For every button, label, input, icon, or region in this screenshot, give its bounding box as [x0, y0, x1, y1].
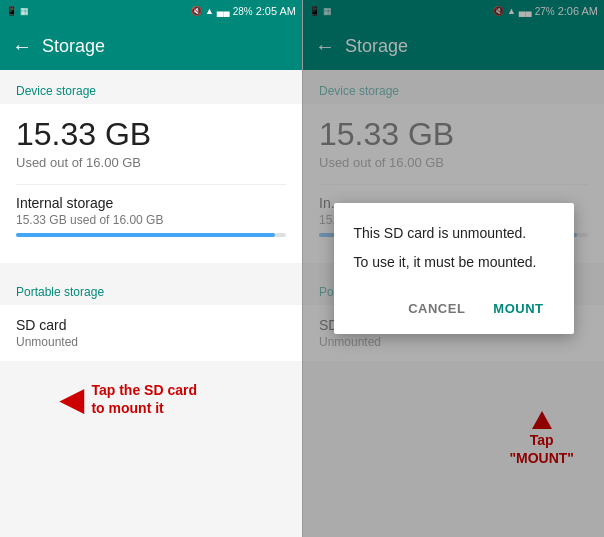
- storage-main-1: 15.33 GB Used out of 16.00 GB Internal s…: [0, 104, 302, 263]
- status-right-1: 🔇 ▲ ▄▄ 28% 2:05 AM: [191, 5, 296, 17]
- sd-card-item-1[interactable]: SD card Unmounted: [0, 305, 302, 361]
- panel-2: 📱 ▦ 🔇 ▲ ▄▄ 27% 2:06 AM ← Storage Device …: [302, 0, 604, 537]
- sd-card-title-1: SD card: [16, 317, 286, 333]
- dialog-buttons: CANCEL MOUNT: [354, 289, 554, 324]
- phone-icon: 📱: [6, 6, 17, 16]
- sim-icon: ▦: [20, 6, 29, 16]
- panel-1: 📱 ▦ 🔇 ▲ ▄▄ 28% 2:05 AM ← Storage Device …: [0, 0, 302, 537]
- progress-bar-bg-1: [16, 233, 286, 237]
- device-storage-header-1: Device storage: [0, 70, 302, 104]
- content-1: Device storage 15.33 GB Used out of 16.0…: [0, 70, 302, 537]
- battery-text-1: 28%: [233, 6, 253, 17]
- storage-size-1: 15.33 GB: [16, 116, 286, 153]
- back-button-1[interactable]: ←: [12, 35, 32, 58]
- internal-storage-title-1: Internal storage: [16, 195, 286, 211]
- portable-section-1: SD card Unmounted: [0, 305, 302, 361]
- status-left-1: 📱 ▦: [6, 6, 29, 16]
- cancel-button[interactable]: CANCEL: [398, 293, 475, 324]
- status-bar-1: 📱 ▦ 🔇 ▲ ▄▄ 28% 2:05 AM: [0, 0, 302, 22]
- signal-icon: ▄▄: [217, 6, 230, 16]
- portable-storage-header-1: Portable storage: [0, 271, 302, 305]
- time-1: 2:05 AM: [256, 5, 296, 17]
- dialog-text: This SD card is unmounted. To use it, it…: [354, 223, 554, 273]
- internal-storage-sub-1: 15.33 GB used of 16.00 GB: [16, 213, 286, 227]
- dialog-line1: This SD card is unmounted.: [354, 223, 554, 244]
- mute-icon: 🔇: [191, 6, 202, 16]
- toolbar-title-1: Storage: [42, 36, 105, 57]
- wifi-icon: ▲: [205, 6, 214, 16]
- mount-dialog: This SD card is unmounted. To use it, it…: [334, 203, 574, 334]
- sd-card-sub-1: Unmounted: [16, 335, 286, 349]
- progress-bar-fill-1: [16, 233, 275, 237]
- internal-storage-item-1[interactable]: Internal storage 15.33 GB used of 16.00 …: [16, 184, 286, 247]
- mount-button[interactable]: MOUNT: [483, 293, 553, 324]
- toolbar-1: ← Storage: [0, 22, 302, 70]
- storage-used-1: Used out of 16.00 GB: [16, 155, 286, 170]
- dialog-overlay: This SD card is unmounted. To use it, it…: [303, 0, 604, 537]
- dialog-line2: To use it, it must be mounted.: [354, 252, 554, 273]
